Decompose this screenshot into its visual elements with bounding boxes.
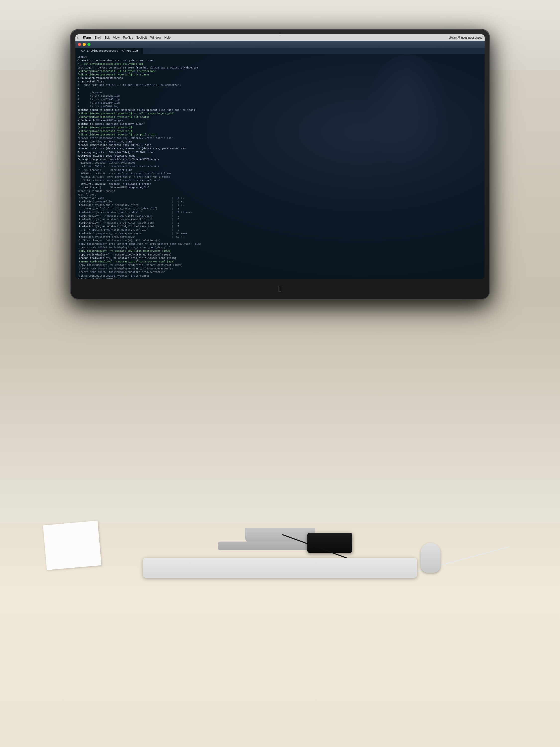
terminal-line-35: fc7dba..6248a19 errx-perf-run-2 -> errx-… (77, 175, 483, 179)
maximize-button[interactable] (87, 43, 90, 46)
terminal-line-53: 13 files changed, 647 insertions(+), 430… (77, 239, 483, 242)
apple-logo:  (275, 284, 285, 294)
menubar-right-area: vikrant@investpossessed (449, 36, 483, 39)
screen-bezel:  iTerm Shell Edit View Profiles Toolbel… (75, 34, 485, 279)
terminal-line-61: create mode 100644 tools/deploy/upstart_… (77, 267, 483, 271)
terminal-line-50: ...{ => upstart_prod}/iris_upstart_conf.… (77, 228, 483, 232)
terminal-line-62: create mode 100755 tools/deploy/upstart_… (77, 271, 483, 274)
terminal-line-43: tools/deploy/dep/thels_secondary.htata |… (77, 203, 483, 207)
terminal-screen[interactable]:  iTerm Shell Edit View Profiles Toolbel… (75, 34, 485, 279)
apple-menu-icon[interactable]:  (77, 36, 78, 39)
terminal-line-60: copy tools/deploy/{ => upstart_prod}/iri… (77, 263, 483, 267)
view-menu[interactable]: View (113, 36, 120, 39)
terminal-line-57: copy tools/deploy/{ => upstart_dev}/iris… (77, 253, 483, 256)
terminal-line-33: * [new branch] errx-perf-runs (77, 168, 483, 172)
shell-menu[interactable]: Shell (94, 36, 101, 39)
imac-computer:  iTerm Shell Edit View Profiles Toolbel… (71, 30, 489, 299)
terminal-line-52: tools/deploy/upstart_prod/service.sh | 5… (77, 235, 483, 239)
keyboard[interactable] (143, 558, 417, 578)
terminal-line-45: tools/deploy/iris_upstart_conf_prod.ylcf… (77, 211, 483, 214)
paper-on-desk (43, 521, 102, 570)
terminal-line-63: [vikrant@investpossessed hyperion]$ git … (77, 274, 483, 278)
window-menu[interactable]: Window (150, 36, 161, 39)
toolbelt-menu[interactable]: Toolbelt (136, 36, 146, 39)
edit-menu[interactable]: Edit (105, 36, 110, 39)
imac-frame:  iTerm Shell Edit View Profiles Toolbel… (71, 30, 489, 299)
terminal-line-56: copy tools/deploy/{ => upstart_dev}/iris… (77, 249, 483, 253)
terminal-line-55: create mode 100644 tools/deploy/iris_ups… (77, 246, 483, 249)
terminal-line-51: tools/deploy/upstart_prod/manageServer.s… (77, 232, 483, 235)
iterm-menu[interactable]: iTerm (83, 36, 91, 39)
terminal-line-37: 69f18ff..5b78102 release -> release 1 or… (77, 182, 483, 186)
terminal-line-38: * [new branch] VikrantRPMChanges-bugfixl (77, 186, 483, 189)
minimize-button[interactable] (83, 43, 86, 46)
close-button[interactable] (78, 43, 81, 46)
terminal-line-32: c7fdba..8981dfc errx-perf-runs -> errx-p… (77, 164, 483, 168)
help-menu[interactable]: Help (164, 36, 170, 39)
mouse[interactable] (421, 543, 441, 573)
desk-device (308, 533, 352, 553)
terminal-tab[interactable]: vikrant@investpossessed: ~/hyperion (75, 48, 143, 54)
terminal-line-48: tools/deploy/{ => upstart_prod}/iris-mas… (77, 221, 483, 225)
profiles-menu[interactable]: Profiles (123, 36, 133, 39)
terminal-line-39: Updating 5168448..3bae88 (77, 189, 483, 193)
terminal-line-47: tools/deploy/{ => upstart_dev}/iris-work… (77, 217, 483, 221)
menubar:  iTerm Shell Edit View Profiles Toolbel… (75, 34, 485, 41)
person-reflection (368, 54, 447, 166)
tab-bar: vikrant@investpossessed: ~/hyperion (75, 48, 485, 54)
terminal-line-34: 3d353cc..dc8bc28 errx-perf-run-1 -> errx… (77, 172, 483, 175)
terminal-line-54: copy tools/deploy/{iris_upstart_conf.ylc… (77, 242, 483, 246)
terminal-line-64: # On branch VikrantRPMChanges (77, 278, 483, 279)
terminal-line-58: rename tools/deploy/{ => upstart_prod}/i… (77, 256, 483, 260)
terminal-line-46: tools/deploy/{ => upstart_dev}/iris-mast… (77, 214, 483, 217)
terminal-line-42: tools/deploy/Makefile | 2 +- (77, 200, 483, 203)
terminal-line-44: ...pstart_conf.ylcf => iris_upstart_conf… (77, 207, 483, 210)
terminal-line-49: tools/deploy/{ => upstart_prod}/iris-wor… (77, 225, 483, 228)
imac-stand (245, 528, 315, 543)
terminal-line-59: rename tools/deploy/{ => upstart_prod}/i… (77, 260, 483, 263)
terminal-line-41: screwdriver.yaml | 2 +- (77, 197, 483, 200)
terminal-line-40: Fast-forward (77, 193, 483, 197)
window-titlebar (75, 41, 485, 48)
terminal-line-36: cf82f4..c884acb errx-perf-run-3 -> errx-… (77, 179, 483, 182)
username-display: vikrant@investpossessed (449, 36, 483, 39)
